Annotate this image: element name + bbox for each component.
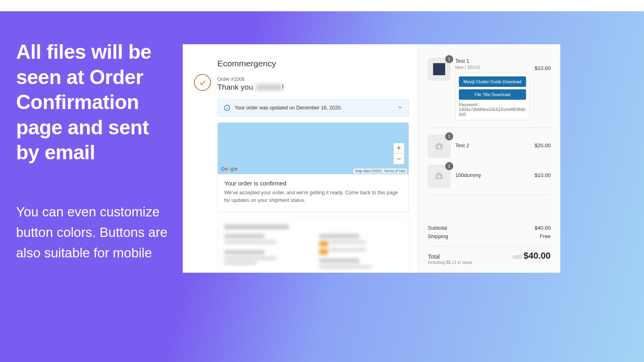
camera-icon <box>434 141 444 152</box>
item-qty-badge: 1 <box>445 132 453 140</box>
total-value: $40.00 <box>524 251 551 261</box>
item-thumbnail: 1 <box>428 135 450 158</box>
promo-text: All files will be seen at Order Confirma… <box>16 39 177 263</box>
totals-section: Subtotal $40.00 Shipping Free Total Incl… <box>428 224 551 265</box>
order-number: Order #1006 <box>217 76 409 82</box>
order-update-notice[interactable]: Your order was updated on December 16, 2… <box>217 99 409 117</box>
line-item: 1 Test 2 $20.00 <box>428 135 551 165</box>
download-button[interactable]: Mysql Cluster Guide Download <box>459 76 526 87</box>
shipping-value: Free <box>540 233 551 239</box>
customer-name-redacted <box>256 84 282 90</box>
svg-point-3 <box>438 146 441 148</box>
currency-code: USD <box>513 255 522 259</box>
item-thumbnail: 1 <box>428 58 450 80</box>
promo-subtext: You can even customize button colors. Bu… <box>16 202 177 263</box>
line-item: 1 Test 1 blue / 10X10 Mysql Cluster Guid… <box>428 58 551 128</box>
total-label: Total <box>428 253 472 260</box>
item-price: $20.00 <box>535 135 551 148</box>
zoom-in-button[interactable]: + <box>394 143 404 154</box>
map-attribution: Map data ©2021 Terms of Use <box>353 169 407 173</box>
item-price: $10.00 <box>535 165 551 178</box>
success-check-icon <box>194 74 211 91</box>
download-button[interactable]: File Title Download <box>459 89 526 100</box>
shipping-label: Shipping <box>428 233 448 239</box>
map-zoom-controls[interactable]: + − <box>393 143 405 165</box>
camera-icon <box>434 171 444 181</box>
thank-you-text: Thank you ! <box>217 83 409 92</box>
order-confirmed-card: Google + − Map data ©2021 Terms of Use Y… <box>217 122 409 212</box>
line-item: 1 100dummy $10.00 <box>428 165 551 195</box>
confirmed-body: We've accepted your order, and we're get… <box>224 189 402 204</box>
notice-text: Your order was updated on December 16, 2… <box>235 105 342 111</box>
chevron-down-icon <box>397 105 403 111</box>
checkout-main: Ecommergency Order #1006 Thank you ! You… <box>183 44 418 273</box>
tax-note: Including $6.11 in taxes <box>428 260 472 265</box>
item-name: Test 2 <box>455 142 530 148</box>
item-variant: blue / 10X10 <box>455 65 530 70</box>
map[interactable]: Google + − Map data ©2021 Terms of Use <box>218 123 409 174</box>
google-logo: Google <box>221 166 237 172</box>
download-group: Mysql Cluster Guide Download File Title … <box>455 73 530 120</box>
customer-info-card-blurred <box>217 218 409 273</box>
item-name: Test 1 <box>455 58 530 64</box>
info-icon <box>223 104 231 111</box>
item-qty-badge: 1 <box>445 162 453 170</box>
subtotal-label: Subtotal <box>428 225 447 231</box>
password-label: Password : <box>459 102 526 107</box>
item-qty-badge: 1 <box>445 55 453 63</box>
store-name: Ecommergency <box>217 59 409 68</box>
item-thumbnail: 1 <box>428 165 450 187</box>
svg-point-4 <box>438 175 441 178</box>
item-price: $10.00 <box>535 58 551 71</box>
subtotal-value: $40.00 <box>535 225 551 231</box>
order-summary-sidebar: 1 Test 1 blue / 10X10 Mysql Cluster Guid… <box>418 44 560 273</box>
promo-headline: All files will be seen at Order Confirma… <box>16 39 177 165</box>
password-value: 1d03a73b689ce33c51614e8f8369b6d5 <box>459 107 526 117</box>
confirmed-title: Your order is confirmed <box>224 180 402 187</box>
zoom-out-button[interactable]: − <box>394 154 404 164</box>
checkout-window: Ecommergency Order #1006 Thank you ! You… <box>183 44 560 273</box>
item-name: 100dummy <box>455 172 530 178</box>
